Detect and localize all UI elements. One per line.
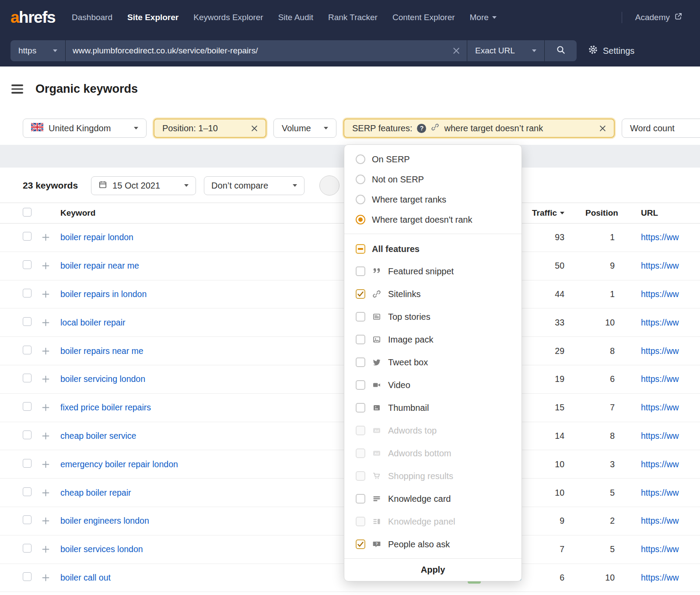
url-column-header[interactable]: URL — [634, 208, 700, 218]
keyword-link[interactable]: boiler repair london — [60, 232, 133, 242]
expand-row-button[interactable] — [42, 290, 60, 298]
row-checkbox[interactable] — [23, 289, 32, 298]
row-checkbox[interactable] — [23, 544, 32, 553]
expand-row-button[interactable] — [42, 319, 60, 326]
settings-button[interactable]: Settings — [588, 45, 634, 57]
nav-item-dashboard[interactable]: Dashboard — [72, 13, 112, 22]
serp-feature-featured-snippet[interactable]: Featured snippet — [344, 260, 522, 283]
keyword-link[interactable]: boiler services london — [60, 544, 143, 554]
serp-feature-sitelinks[interactable]: Sitelinks — [344, 283, 522, 305]
serp-feature-image-pack[interactable]: Image pack — [344, 328, 522, 351]
compare-select[interactable]: Don’t compare — [204, 176, 304, 195]
url-link[interactable]: https://ww — [641, 459, 679, 469]
nav-item-academy[interactable]: Academy — [635, 12, 682, 23]
serp-feature-thumbnail[interactable]: Thumbnail — [344, 396, 522, 419]
expand-row-button[interactable] — [42, 574, 60, 581]
serp-scope-option-where-target-ranks[interactable]: Where target ranks — [344, 189, 522, 210]
serp-features-filter[interactable]: SERP features: ? where target doesn’t ra… — [343, 119, 615, 138]
row-checkbox[interactable] — [23, 374, 32, 382]
feature-checkbox[interactable] — [356, 289, 365, 299]
url-link[interactable]: https://ww — [641, 573, 679, 582]
expand-row-button[interactable] — [42, 432, 60, 440]
expand-row-button[interactable] — [42, 262, 60, 270]
menu-icon[interactable] — [11, 84, 23, 94]
keyword-link[interactable]: cheap boiler service — [60, 431, 136, 441]
expand-row-button[interactable] — [42, 489, 60, 497]
search-mode-select[interactable]: Exact URL — [467, 40, 545, 61]
keyword-link[interactable]: fixed price boiler repairs — [60, 402, 151, 412]
date-picker[interactable]: 15 Oct 2021 — [91, 176, 196, 195]
row-checkbox[interactable] — [23, 402, 32, 411]
position-column-header[interactable]: Position — [585, 208, 634, 218]
row-checkbox[interactable] — [23, 430, 32, 439]
keyword-link[interactable]: boiler servicing london — [60, 374, 145, 384]
serp-feature-knowledge-card[interactable]: Knowledge card — [344, 487, 522, 510]
url-link[interactable]: https://ww — [641, 289, 679, 299]
keyword-link[interactable]: boiler repair near me — [60, 261, 139, 270]
radio-icon[interactable] — [356, 154, 365, 164]
feature-checkbox[interactable] — [356, 494, 365, 504]
row-checkbox[interactable] — [23, 572, 32, 581]
expand-row-button[interactable] — [42, 375, 60, 383]
url-link[interactable]: https://ww — [641, 232, 679, 242]
word-count-filter[interactable]: Word count — [622, 119, 700, 138]
keyword-link[interactable]: boiler repairs in london — [60, 289, 147, 299]
feature-checkbox[interactable] — [356, 312, 365, 322]
nav-item-rank-tracker[interactable]: Rank Tracker — [328, 13, 378, 22]
url-link[interactable]: https://ww — [641, 544, 679, 554]
row-checkbox[interactable] — [23, 459, 32, 468]
all-features-checkbox[interactable] — [356, 244, 365, 254]
toggle-switch[interactable] — [319, 175, 340, 196]
url-link[interactable]: https://ww — [641, 346, 679, 356]
expand-row-button[interactable] — [42, 517, 60, 525]
volume-filter[interactable]: Volume — [273, 119, 336, 138]
nav-item-site-explorer[interactable]: Site Explorer — [127, 13, 178, 22]
nav-item-content-explorer[interactable]: Content Explorer — [392, 13, 455, 22]
expand-row-button[interactable] — [42, 546, 60, 553]
url-link[interactable]: https://ww — [641, 261, 679, 270]
serp-feature-people-also-ask[interactable]: ?People also ask — [344, 533, 522, 556]
keyword-link[interactable]: boiler repairs near me — [60, 346, 144, 356]
serp-feature-tweet-box[interactable]: Tweet box — [344, 351, 522, 374]
serp-feature-top-stories[interactable]: Top stories — [344, 305, 522, 328]
keyword-link[interactable]: local boiler repair — [60, 318, 126, 327]
expand-row-button[interactable] — [42, 461, 60, 468]
url-link[interactable]: https://ww — [641, 402, 679, 412]
serp-scope-option-where-target-doesn-t-rank[interactable]: Where target doesn't rank — [344, 210, 522, 230]
keyword-link[interactable]: boiler call out — [60, 573, 111, 582]
country-filter[interactable]: United Kingdom — [23, 119, 147, 138]
keyword-column-header[interactable]: Keyword — [60, 208, 362, 218]
apply-button[interactable]: Apply — [344, 558, 522, 581]
expand-row-button[interactable] — [42, 234, 60, 241]
nav-item-keywords-explorer[interactable]: Keywords Explorer — [193, 13, 263, 22]
url-link[interactable]: https://ww — [641, 488, 679, 497]
remove-position-filter-icon[interactable] — [251, 125, 258, 132]
keyword-link[interactable]: boiler engineers london — [60, 516, 149, 525]
keyword-link[interactable]: cheap boiler repair — [60, 488, 131, 497]
feature-checkbox[interactable] — [356, 357, 365, 367]
feature-checkbox[interactable] — [356, 539, 365, 549]
feature-checkbox[interactable] — [356, 403, 365, 413]
url-link[interactable]: https://ww — [641, 318, 679, 327]
select-all-checkbox[interactable] — [23, 208, 32, 217]
clear-url-icon[interactable] — [453, 47, 460, 54]
search-button[interactable] — [545, 40, 577, 61]
url-link[interactable]: https://ww — [641, 516, 679, 525]
help-icon[interactable]: ? — [417, 124, 426, 133]
row-checkbox[interactable] — [23, 232, 32, 241]
row-checkbox[interactable] — [23, 515, 32, 524]
keyword-link[interactable]: emergency boiler repair london — [60, 459, 178, 469]
row-checkbox[interactable] — [23, 260, 32, 269]
row-checkbox[interactable] — [23, 487, 32, 496]
nav-item-more[interactable]: More — [470, 13, 497, 22]
radio-icon[interactable] — [356, 175, 365, 184]
expand-row-button[interactable] — [42, 347, 60, 355]
serp-feature-video[interactable]: Video — [344, 374, 522, 396]
position-filter[interactable]: Position: 1–10 — [154, 119, 266, 138]
serp-scope-option-not-on-serp[interactable]: Not on SERP — [344, 169, 522, 189]
url-input[interactable] — [73, 46, 448, 56]
traffic-column-header[interactable]: Traffic — [538, 208, 585, 218]
radio-selected-icon[interactable] — [356, 215, 365, 224]
all-features-row[interactable]: All features — [344, 238, 522, 260]
serp-scope-option-on-serp[interactable]: On SERP — [344, 149, 522, 169]
